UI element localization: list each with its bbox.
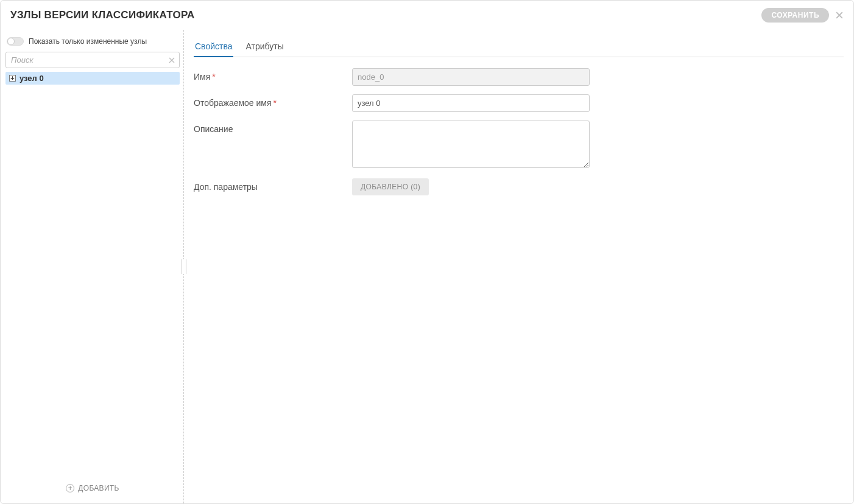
modal-title: УЗЛЫ ВЕРСИИ КЛАССИФИКАТОРА: [10, 9, 195, 21]
search-clear-icon[interactable]: [168, 56, 176, 65]
required-marker: *: [273, 98, 277, 108]
name-input: [352, 68, 590, 86]
plus-circle-icon: +: [66, 484, 74, 492]
tabs: Свойства Атрибуты: [194, 37, 844, 57]
label-description: Описание: [194, 121, 352, 134]
row-description: Описание: [194, 121, 844, 170]
tree: + узел 0: [5, 72, 180, 478]
add-node-button[interactable]: + ДОБАВИТЬ: [5, 478, 180, 499]
display-name-input[interactable]: [352, 94, 590, 112]
label-extra-params: Доп. параметры: [194, 178, 352, 192]
modal-header: УЗЛЫ ВЕРСИИ КЛАССИФИКАТОРА СОХРАНИТЬ: [1, 1, 853, 30]
search-input[interactable]: [5, 52, 180, 68]
row-name: Имя*: [194, 68, 844, 86]
tab-properties[interactable]: Свойства: [194, 38, 233, 57]
header-actions: СОХРАНИТЬ: [761, 8, 844, 23]
properties-form: Имя* Отображаемое имя* Описание: [194, 57, 844, 195]
toggle-show-changed[interactable]: [7, 37, 24, 46]
left-pane: Показать только измененные узлы + узел 0…: [1, 30, 183, 503]
expand-icon[interactable]: +: [9, 75, 16, 82]
close-icon[interactable]: [835, 11, 844, 19]
tree-node-selected[interactable]: + узел 0: [5, 72, 180, 85]
search-wrap: [5, 52, 180, 68]
control-extra-params: ДОБАВЛЕНО (0): [352, 178, 590, 195]
modal-body: Показать только измененные узлы + узел 0…: [1, 30, 853, 503]
control-display-name: [352, 94, 590, 112]
row-display-name: Отображаемое имя*: [194, 94, 844, 112]
extra-params-added-button[interactable]: ДОБАВЛЕНО (0): [352, 178, 429, 195]
toggle-knob: [7, 38, 15, 45]
label-name-text: Имя: [194, 72, 210, 82]
control-description: [352, 121, 590, 170]
label-display-name-text: Отображаемое имя: [194, 98, 272, 108]
description-textarea[interactable]: [352, 121, 590, 168]
label-display-name: Отображаемое имя*: [194, 94, 352, 108]
vertical-splitter: [183, 30, 184, 503]
modal-classifier-nodes: УЗЛЫ ВЕРСИИ КЛАССИФИКАТОРА СОХРАНИТЬ Пок…: [0, 0, 854, 504]
toggle-show-changed-row: Показать только измененные узлы: [5, 35, 180, 52]
right-pane: Свойства Атрибуты Имя* Отображаемое имя*: [184, 30, 853, 503]
splitter-handle[interactable]: [182, 259, 186, 274]
add-node-label: ДОБАВИТЬ: [78, 484, 119, 492]
row-extra-params: Доп. параметры ДОБАВЛЕНО (0): [194, 178, 844, 195]
label-name: Имя*: [194, 68, 352, 82]
required-marker: *: [212, 72, 215, 82]
tree-node-label: узел 0: [19, 74, 44, 83]
toggle-show-changed-label: Показать только измененные узлы: [29, 37, 147, 46]
control-name: [352, 68, 590, 86]
save-button[interactable]: СОХРАНИТЬ: [761, 8, 829, 23]
tab-attributes[interactable]: Атрибуты: [244, 38, 284, 57]
